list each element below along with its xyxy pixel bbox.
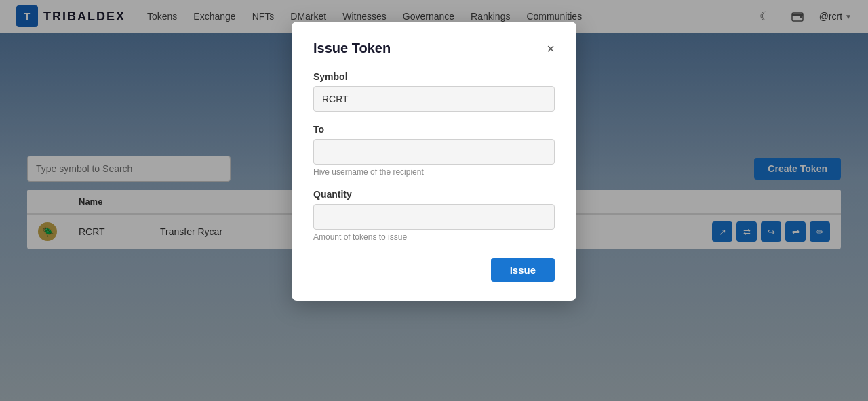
quantity-hint: Amount of tokens to issue bbox=[313, 232, 555, 242]
quantity-input[interactable] bbox=[313, 204, 555, 230]
quantity-label: Quantity bbox=[313, 189, 555, 200]
to-hint: Hive username of the recipient bbox=[313, 167, 555, 177]
issue-button[interactable]: Issue bbox=[491, 258, 555, 282]
modal-header: Issue Token × bbox=[313, 41, 555, 56]
symbol-label: Symbol bbox=[313, 71, 555, 82]
modal-overlay: Issue Token × Symbol To Hive username of… bbox=[0, 0, 868, 401]
to-field: To Hive username of the recipient bbox=[313, 124, 555, 177]
quantity-field: Quantity Amount of tokens to issue bbox=[313, 189, 555, 242]
modal-title: Issue Token bbox=[313, 41, 391, 56]
to-input[interactable] bbox=[313, 139, 555, 165]
symbol-field: Symbol bbox=[313, 71, 555, 112]
modal-footer: Issue bbox=[313, 258, 555, 282]
issue-token-modal: Issue Token × Symbol To Hive username of… bbox=[292, 22, 576, 301]
modal-close-button[interactable]: × bbox=[547, 42, 555, 56]
to-label: To bbox=[313, 124, 555, 135]
symbol-input[interactable] bbox=[313, 86, 555, 112]
